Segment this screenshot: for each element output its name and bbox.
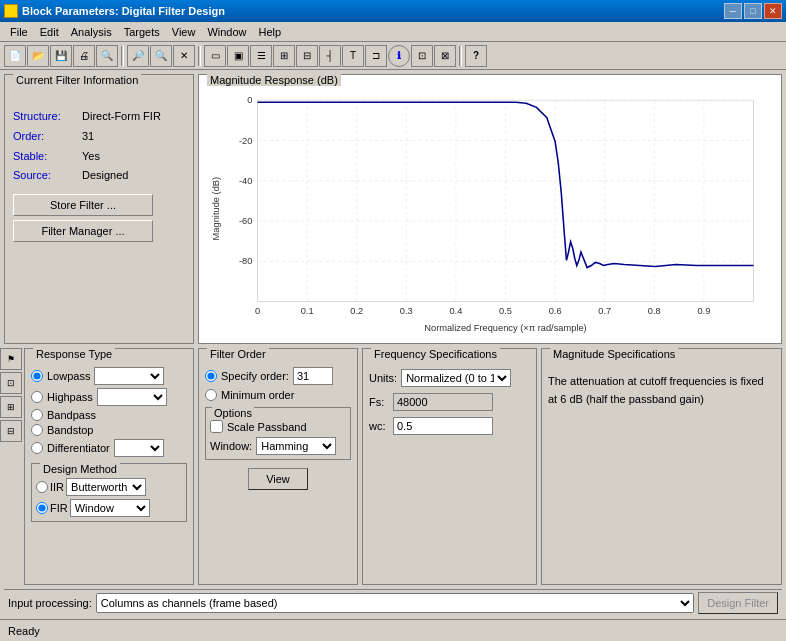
bandstop-radio[interactable] xyxy=(31,424,43,436)
source-label: Source: xyxy=(13,166,78,186)
highpass-radio[interactable] xyxy=(31,391,43,403)
scale-passband-label: Scale Passband xyxy=(227,421,307,433)
status-text: Ready xyxy=(8,625,40,637)
store-filter-button[interactable]: Store Filter ... xyxy=(13,194,153,216)
svg-text:0.9: 0.9 xyxy=(697,306,710,316)
mag-button[interactable]: 🔍 xyxy=(96,45,118,67)
save-button[interactable]: 💾 xyxy=(50,45,72,67)
close-button[interactable]: ✕ xyxy=(764,3,782,19)
lowpass-radio[interactable] xyxy=(31,370,43,382)
side-icon-3[interactable]: ⊞ xyxy=(0,396,22,418)
minimum-order-label: Minimum order xyxy=(221,389,294,401)
design-filter-button[interactable]: Design Filter xyxy=(698,592,778,614)
side-icon-2[interactable]: ⊡ xyxy=(0,372,22,394)
units-dropdown[interactable]: Normalized (0 to 1) xyxy=(401,369,511,387)
minimize-button[interactable]: ─ xyxy=(724,3,742,19)
toolbar: 📄 📂 💾 🖨 🔍 🔎 🔍 ✕ ▭ ▣ ☰ ⊞ ⊟ ┤ T ⊐ ℹ ⊡ ⊠ ? xyxy=(0,42,786,70)
svg-text:-40: -40 xyxy=(239,176,252,186)
zoom-reset-button[interactable]: ✕ xyxy=(173,45,195,67)
print-button[interactable]: 🖨 xyxy=(73,45,95,67)
t-button[interactable]: T xyxy=(342,45,364,67)
input-processing-label: Input processing: xyxy=(8,597,92,609)
magnitude-chart: 0 -20 -40 -60 -80 Magnitude (dB) 0 0.1 0… xyxy=(207,95,773,343)
menu-help[interactable]: Help xyxy=(253,24,288,40)
select-button[interactable]: ▭ xyxy=(204,45,226,67)
stable-value: Yes xyxy=(82,147,100,167)
freq-spec-title: Frequency Specifications xyxy=(371,348,500,360)
full-view-button[interactable]: ⊡ xyxy=(411,45,433,67)
specify-order-label: Specify order: xyxy=(221,370,289,382)
toolbar-sep-2 xyxy=(198,46,201,66)
scale-passband-checkbox[interactable] xyxy=(210,420,223,433)
open-button[interactable]: 📂 xyxy=(27,45,49,67)
fir-radio[interactable] xyxy=(36,502,48,514)
iir-type-dropdown[interactable]: Butterworth xyxy=(66,478,146,496)
fir-type-dropdown[interactable]: Window xyxy=(70,499,150,517)
fs-label: Fs: xyxy=(369,396,389,408)
menu-edit[interactable]: Edit xyxy=(34,24,65,40)
info-button[interactable]: ℹ xyxy=(388,45,410,67)
stable-label: Stable: xyxy=(13,147,78,167)
svg-text:0: 0 xyxy=(247,95,252,105)
grid-button[interactable]: ⊞ xyxy=(273,45,295,67)
bandstop-label: Bandstop xyxy=(47,424,93,436)
svg-text:0.8: 0.8 xyxy=(648,306,661,316)
iir-label: IIR xyxy=(50,481,64,493)
mag-spec-title: Magnitude Specifications xyxy=(550,348,678,360)
link-button[interactable]: ⊠ xyxy=(434,45,456,67)
magnitude-title: Magnitude Response (dB) xyxy=(207,74,341,86)
wc-input[interactable] xyxy=(393,417,493,435)
side-icon-4[interactable]: ⊟ xyxy=(0,420,22,442)
highpass-dropdown[interactable] xyxy=(97,388,167,406)
differentiator-dropdown[interactable] xyxy=(114,439,164,457)
wc-label: wc: xyxy=(369,420,389,432)
menu-bar: File Edit Analysis Targets View Window H… xyxy=(0,22,786,42)
filter-order-panel: Filter Order Specify order: Minimum orde… xyxy=(198,348,358,585)
window-dropdown[interactable]: Hamming xyxy=(256,437,336,455)
help-button[interactable]: ? xyxy=(465,45,487,67)
title-bar: Block Parameters: Digital Filter Design … xyxy=(0,0,786,22)
svg-text:-60: -60 xyxy=(239,216,252,226)
zoom-in-button[interactable]: 🔎 xyxy=(127,45,149,67)
snap-button[interactable]: ⊟ xyxy=(296,45,318,67)
menu-targets[interactable]: Targets xyxy=(118,24,166,40)
specify-order-radio[interactable] xyxy=(205,370,217,382)
iir-radio[interactable] xyxy=(36,481,48,493)
menu-analysis[interactable]: Analysis xyxy=(65,24,118,40)
svg-text:0.1: 0.1 xyxy=(301,306,314,316)
data-button[interactable]: ⊐ xyxy=(365,45,387,67)
menu-file[interactable]: File xyxy=(4,24,34,40)
svg-text:0.4: 0.4 xyxy=(449,306,462,316)
zoom-out-button[interactable]: 🔍 xyxy=(150,45,172,67)
source-value: Designed xyxy=(82,166,128,186)
structure-label: Structure: xyxy=(13,107,78,127)
bandpass-radio[interactable] xyxy=(31,409,43,421)
window-title: Block Parameters: Digital Filter Design xyxy=(22,5,225,17)
menu-view[interactable]: View xyxy=(166,24,202,40)
filter-manager-button[interactable]: Filter Manager ... xyxy=(13,220,153,242)
side-icon-1[interactable]: ⚑ xyxy=(0,348,22,370)
lowpass-dropdown[interactable] xyxy=(94,367,164,385)
svg-text:Normalized Frequency (×π rad/s: Normalized Frequency (×π rad/sample) xyxy=(424,323,586,333)
new-button[interactable]: 📄 xyxy=(4,45,26,67)
order-value-input[interactable] xyxy=(293,367,333,385)
toolbar-sep-1 xyxy=(121,46,124,66)
design-method-panel: Design Method IIR Butterworth FIR Window xyxy=(31,463,187,522)
mag-spec-text: The attenuation at cutoff frequencies is… xyxy=(548,373,775,408)
window-icon xyxy=(4,4,18,18)
maximize-button[interactable]: □ xyxy=(744,3,762,19)
lowpass-label: Lowpass xyxy=(47,370,90,382)
zoom-region-button[interactable]: ▣ xyxy=(227,45,249,67)
input-processing-dropdown[interactable]: Columns as channels (frame based) xyxy=(96,593,694,613)
bottom-controls: Input processing: Columns as channels (f… xyxy=(4,589,782,615)
differentiator-radio[interactable] xyxy=(31,442,43,454)
cursor-button[interactable]: ┤ xyxy=(319,45,341,67)
svg-text:Magnitude (dB): Magnitude (dB) xyxy=(211,177,221,240)
svg-text:0.7: 0.7 xyxy=(598,306,611,316)
minimum-order-radio[interactable] xyxy=(205,389,217,401)
filter-info-panel: Current Filter Information Structure: Di… xyxy=(4,74,194,344)
pan-button[interactable]: ☰ xyxy=(250,45,272,67)
structure-value: Direct-Form FIR xyxy=(82,107,161,127)
view-button[interactable]: View xyxy=(248,468,308,490)
menu-window[interactable]: Window xyxy=(201,24,252,40)
